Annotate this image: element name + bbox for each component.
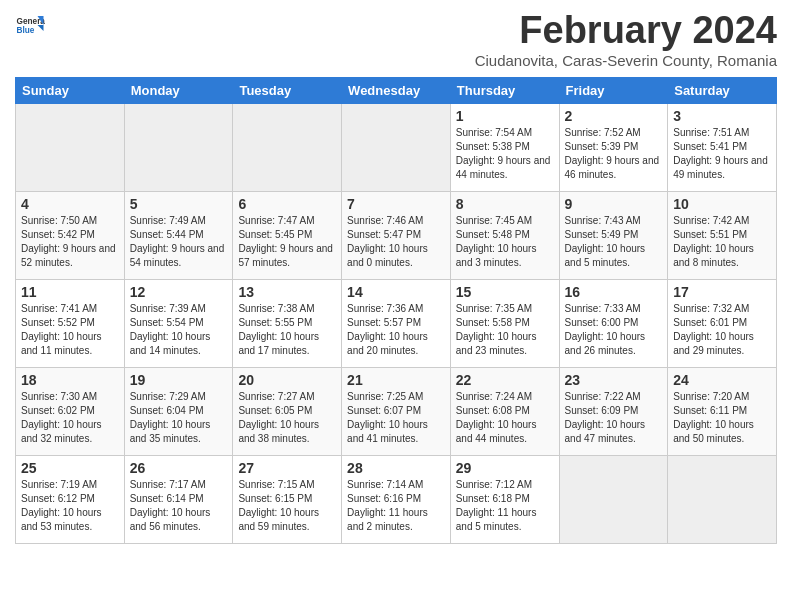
day-info: Sunrise: 7:33 AMSunset: 6:00 PMDaylight:…	[565, 302, 663, 358]
day-number: 15	[456, 284, 554, 300]
calendar-week-4: 18Sunrise: 7:30 AMSunset: 6:02 PMDayligh…	[16, 367, 777, 455]
svg-text:Blue: Blue	[17, 26, 35, 35]
calendar-cell: 19Sunrise: 7:29 AMSunset: 6:04 PMDayligh…	[124, 367, 233, 455]
calendar-cell: 22Sunrise: 7:24 AMSunset: 6:08 PMDayligh…	[450, 367, 559, 455]
calendar-cell: 25Sunrise: 7:19 AMSunset: 6:12 PMDayligh…	[16, 455, 125, 543]
day-info: Sunrise: 7:46 AMSunset: 5:47 PMDaylight:…	[347, 214, 445, 270]
header-tuesday: Tuesday	[233, 77, 342, 103]
day-number: 13	[238, 284, 336, 300]
header-thursday: Thursday	[450, 77, 559, 103]
calendar-cell: 26Sunrise: 7:17 AMSunset: 6:14 PMDayligh…	[124, 455, 233, 543]
day-info: Sunrise: 7:27 AMSunset: 6:05 PMDaylight:…	[238, 390, 336, 446]
calendar-week-1: 1Sunrise: 7:54 AMSunset: 5:38 PMDaylight…	[16, 103, 777, 191]
calendar-cell	[559, 455, 668, 543]
calendar-cell: 11Sunrise: 7:41 AMSunset: 5:52 PMDayligh…	[16, 279, 125, 367]
calendar-week-3: 11Sunrise: 7:41 AMSunset: 5:52 PMDayligh…	[16, 279, 777, 367]
day-info: Sunrise: 7:17 AMSunset: 6:14 PMDaylight:…	[130, 478, 228, 534]
day-number: 27	[238, 460, 336, 476]
day-number: 23	[565, 372, 663, 388]
calendar-cell: 28Sunrise: 7:14 AMSunset: 6:16 PMDayligh…	[342, 455, 451, 543]
header-saturday: Saturday	[668, 77, 777, 103]
day-info: Sunrise: 7:24 AMSunset: 6:08 PMDaylight:…	[456, 390, 554, 446]
day-info: Sunrise: 7:43 AMSunset: 5:49 PMDaylight:…	[565, 214, 663, 270]
calendar-cell: 18Sunrise: 7:30 AMSunset: 6:02 PMDayligh…	[16, 367, 125, 455]
calendar-subtitle: Ciudanovita, Caras-Severin County, Roman…	[475, 52, 777, 69]
calendar-cell: 6Sunrise: 7:47 AMSunset: 5:45 PMDaylight…	[233, 191, 342, 279]
day-info: Sunrise: 7:30 AMSunset: 6:02 PMDaylight:…	[21, 390, 119, 446]
day-info: Sunrise: 7:49 AMSunset: 5:44 PMDaylight:…	[130, 214, 228, 270]
calendar-cell: 20Sunrise: 7:27 AMSunset: 6:05 PMDayligh…	[233, 367, 342, 455]
day-number: 7	[347, 196, 445, 212]
page-header: General Blue February 2024 Ciudanovita, …	[15, 10, 777, 69]
calendar-week-2: 4Sunrise: 7:50 AMSunset: 5:42 PMDaylight…	[16, 191, 777, 279]
day-info: Sunrise: 7:20 AMSunset: 6:11 PMDaylight:…	[673, 390, 771, 446]
day-number: 6	[238, 196, 336, 212]
calendar-cell: 9Sunrise: 7:43 AMSunset: 5:49 PMDaylight…	[559, 191, 668, 279]
day-info: Sunrise: 7:35 AMSunset: 5:58 PMDaylight:…	[456, 302, 554, 358]
calendar-cell	[124, 103, 233, 191]
calendar-cell: 10Sunrise: 7:42 AMSunset: 5:51 PMDayligh…	[668, 191, 777, 279]
day-number: 24	[673, 372, 771, 388]
calendar-cell	[16, 103, 125, 191]
day-info: Sunrise: 7:50 AMSunset: 5:42 PMDaylight:…	[21, 214, 119, 270]
day-number: 25	[21, 460, 119, 476]
day-number: 28	[347, 460, 445, 476]
calendar-cell	[668, 455, 777, 543]
day-number: 19	[130, 372, 228, 388]
day-info: Sunrise: 7:25 AMSunset: 6:07 PMDaylight:…	[347, 390, 445, 446]
logo: General Blue	[15, 10, 45, 40]
calendar-week-5: 25Sunrise: 7:19 AMSunset: 6:12 PMDayligh…	[16, 455, 777, 543]
calendar-cell: 2Sunrise: 7:52 AMSunset: 5:39 PMDaylight…	[559, 103, 668, 191]
day-number: 2	[565, 108, 663, 124]
calendar-cell: 23Sunrise: 7:22 AMSunset: 6:09 PMDayligh…	[559, 367, 668, 455]
header-sunday: Sunday	[16, 77, 125, 103]
header-wednesday: Wednesday	[342, 77, 451, 103]
day-info: Sunrise: 7:22 AMSunset: 6:09 PMDaylight:…	[565, 390, 663, 446]
calendar-cell: 4Sunrise: 7:50 AMSunset: 5:42 PMDaylight…	[16, 191, 125, 279]
day-number: 5	[130, 196, 228, 212]
day-info: Sunrise: 7:41 AMSunset: 5:52 PMDaylight:…	[21, 302, 119, 358]
day-number: 11	[21, 284, 119, 300]
day-number: 22	[456, 372, 554, 388]
day-number: 14	[347, 284, 445, 300]
calendar-cell: 15Sunrise: 7:35 AMSunset: 5:58 PMDayligh…	[450, 279, 559, 367]
calendar-cell: 12Sunrise: 7:39 AMSunset: 5:54 PMDayligh…	[124, 279, 233, 367]
day-number: 9	[565, 196, 663, 212]
calendar-cell: 14Sunrise: 7:36 AMSunset: 5:57 PMDayligh…	[342, 279, 451, 367]
day-info: Sunrise: 7:45 AMSunset: 5:48 PMDaylight:…	[456, 214, 554, 270]
day-info: Sunrise: 7:38 AMSunset: 5:55 PMDaylight:…	[238, 302, 336, 358]
day-info: Sunrise: 7:32 AMSunset: 6:01 PMDaylight:…	[673, 302, 771, 358]
calendar-cell	[342, 103, 451, 191]
calendar-cell: 1Sunrise: 7:54 AMSunset: 5:38 PMDaylight…	[450, 103, 559, 191]
day-info: Sunrise: 7:42 AMSunset: 5:51 PMDaylight:…	[673, 214, 771, 270]
day-number: 4	[21, 196, 119, 212]
day-info: Sunrise: 7:39 AMSunset: 5:54 PMDaylight:…	[130, 302, 228, 358]
day-number: 10	[673, 196, 771, 212]
calendar-cell: 5Sunrise: 7:49 AMSunset: 5:44 PMDaylight…	[124, 191, 233, 279]
day-info: Sunrise: 7:36 AMSunset: 5:57 PMDaylight:…	[347, 302, 445, 358]
svg-marker-3	[38, 25, 44, 31]
day-info: Sunrise: 7:12 AMSunset: 6:18 PMDaylight:…	[456, 478, 554, 534]
calendar-cell: 13Sunrise: 7:38 AMSunset: 5:55 PMDayligh…	[233, 279, 342, 367]
calendar-cell: 17Sunrise: 7:32 AMSunset: 6:01 PMDayligh…	[668, 279, 777, 367]
day-info: Sunrise: 7:15 AMSunset: 6:15 PMDaylight:…	[238, 478, 336, 534]
calendar-cell: 3Sunrise: 7:51 AMSunset: 5:41 PMDaylight…	[668, 103, 777, 191]
calendar-cell: 27Sunrise: 7:15 AMSunset: 6:15 PMDayligh…	[233, 455, 342, 543]
weekday-header-row: Sunday Monday Tuesday Wednesday Thursday…	[16, 77, 777, 103]
calendar-cell: 29Sunrise: 7:12 AMSunset: 6:18 PMDayligh…	[450, 455, 559, 543]
day-number: 26	[130, 460, 228, 476]
day-number: 20	[238, 372, 336, 388]
title-section: February 2024 Ciudanovita, Caras-Severin…	[475, 10, 777, 69]
day-number: 17	[673, 284, 771, 300]
day-number: 8	[456, 196, 554, 212]
calendar-cell: 7Sunrise: 7:46 AMSunset: 5:47 PMDaylight…	[342, 191, 451, 279]
logo-icon: General Blue	[15, 10, 45, 40]
calendar-cell: 24Sunrise: 7:20 AMSunset: 6:11 PMDayligh…	[668, 367, 777, 455]
day-info: Sunrise: 7:14 AMSunset: 6:16 PMDaylight:…	[347, 478, 445, 534]
day-info: Sunrise: 7:47 AMSunset: 5:45 PMDaylight:…	[238, 214, 336, 270]
day-number: 1	[456, 108, 554, 124]
day-number: 12	[130, 284, 228, 300]
day-number: 16	[565, 284, 663, 300]
header-monday: Monday	[124, 77, 233, 103]
calendar-cell	[233, 103, 342, 191]
